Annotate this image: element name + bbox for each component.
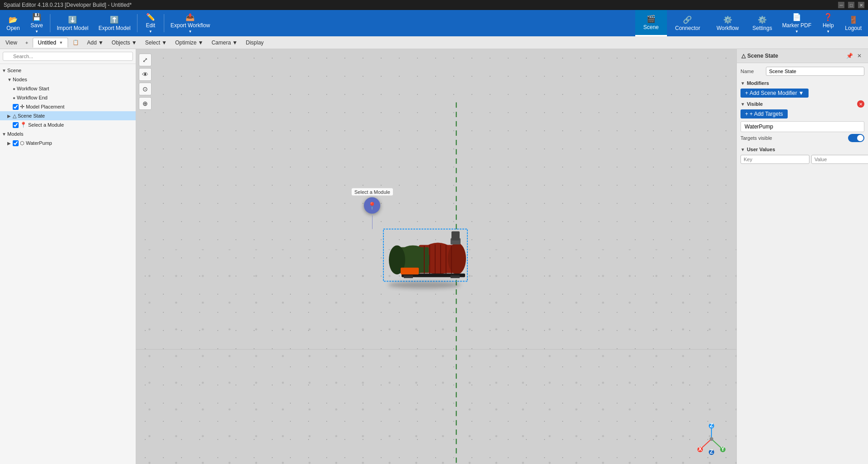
optimize-button[interactable]: Optimize ▼	[172, 37, 207, 48]
tree-item-nodes[interactable]: ▼ Nodes	[0, 75, 136, 84]
key-input[interactable]	[740, 155, 809, 164]
visible-section-header: ▼ Visible ✕	[740, 100, 864, 108]
view-tools: ⤢ 👁 ⊙ ⊕	[139, 54, 152, 110]
svg-point-32	[710, 437, 713, 441]
modifiers-label: Modifiers	[747, 80, 769, 86]
camera-label: Camera	[211, 39, 231, 46]
add-modifier-plus-icon: +	[745, 90, 748, 96]
water-pump-model	[379, 225, 470, 284]
logout-button[interactable]: 🚪 Logout	[840, 11, 866, 35]
modifiers-section-header[interactable]: ▼ Modifiers	[740, 79, 864, 87]
save-dropdown-icon: ▼	[35, 30, 39, 34]
pin-connector-line	[372, 216, 373, 229]
main-content: 🔍 ▼ Scene ▼ Nodes ● Workflow Start	[0, 49, 868, 464]
close-button[interactable]: ✕	[858, 2, 864, 8]
tree-item-select-module[interactable]: 📍 Select a Module	[0, 120, 136, 129]
location-pin-icon: 📍	[364, 197, 380, 214]
waterpump-checkbox[interactable]	[13, 140, 19, 146]
add-targets-button[interactable]: + + Add Targets	[740, 109, 788, 118]
window-controls[interactable]: ─ □ ✕	[838, 2, 864, 8]
help-button[interactable]: ❓ Help ▼	[817, 11, 839, 35]
marker-pdf-button[interactable]: 📄 Marker PDF ▼	[778, 11, 816, 35]
3d-object-area: Select a Module 📍	[379, 225, 470, 289]
add-modifier-button[interactable]: + Add Scene Modifier ▼	[740, 89, 809, 98]
minimize-button[interactable]: ─	[838, 2, 844, 8]
camera-button[interactable]: Camera ▼	[208, 37, 241, 48]
save-button[interactable]: 💾 Save ▼	[25, 11, 48, 35]
tree-item-scene[interactable]: ▼ Scene	[0, 66, 136, 75]
app-title: Spatial Editor 4.18.0.213 [Developer Bui…	[4, 2, 132, 8]
open-button[interactable]: 📂 Open	[2, 11, 25, 35]
settings-button[interactable]: ⚙️ Settings	[748, 11, 776, 35]
add-tab-button[interactable]: +	[22, 37, 32, 48]
view-label: View	[5, 39, 17, 46]
scene-expand-icon: ▼	[2, 68, 7, 73]
name-field-input[interactable]	[766, 67, 864, 76]
viewport[interactable]: ⤢ 👁 ⊙ ⊕ Select a Module 📍	[136, 49, 736, 464]
tab-scene[interactable]: 🎬 Scene	[635, 10, 667, 36]
import-model-button[interactable]: ⬇️ Import Model	[52, 11, 93, 35]
svg-text:Y: Y	[721, 446, 725, 452]
copy-tab-button[interactable]: 📋	[69, 37, 83, 48]
select-button[interactable]: Select ▼	[142, 37, 171, 48]
nodes-expand-icon: ▼	[7, 77, 13, 82]
tree-item-workflow-end[interactable]: ● Workflow End	[0, 93, 136, 102]
workflow-end-icon: ●	[13, 95, 15, 100]
search-wrapper: 🔍	[3, 52, 133, 61]
navigate-button[interactable]: ⊙	[139, 83, 152, 95]
add-targets-plus-icon: +	[745, 111, 748, 117]
zoom-button[interactable]: ⊕	[139, 97, 152, 110]
search-input[interactable]	[3, 52, 133, 61]
svg-rect-12	[451, 232, 460, 241]
edit-button[interactable]: ✏️ Edit ▼	[139, 11, 162, 35]
help-label: Help	[823, 22, 834, 29]
add-modifier-dropdown-icon: ▼	[799, 90, 804, 96]
right-panel-content: Name ▼ Modifiers + Add Scene Modifier ▼ …	[737, 63, 868, 464]
maximize-button[interactable]: □	[848, 2, 854, 8]
workflow-tab-label: Workflow	[716, 25, 739, 31]
add-label: Add	[87, 39, 97, 46]
tree-item-model-placement[interactable]: ✛ Model Placement	[0, 102, 136, 111]
tab-connector[interactable]: 🔗 Connector	[667, 10, 708, 36]
toolbar-divider-3	[164, 14, 164, 32]
right-panel: △ Scene State 📌 ✕ Name ▼ Modifiers + Add…	[736, 49, 868, 464]
svg-line-29	[701, 439, 711, 449]
panel-close-button[interactable]: ✕	[855, 52, 863, 60]
workflow-end-label: Workflow End	[17, 95, 48, 100]
tree-item-models[interactable]: ▼ Models	[0, 129, 136, 138]
visible-section-toggle[interactable]: ▼ Visible	[740, 100, 763, 108]
model-placement-checkbox[interactable]	[13, 104, 19, 110]
select-module-checkbox[interactable]	[13, 122, 19, 128]
add-menu-button[interactable]: Add ▼	[83, 37, 107, 48]
expand-view-button[interactable]: ⤢	[139, 54, 152, 66]
waterpump-label: WaterPump	[26, 140, 52, 146]
workflow-start-icon: ●	[13, 86, 15, 91]
visible-remove-button[interactable]: ✕	[857, 100, 864, 108]
value-input[interactable]	[811, 155, 868, 164]
kv-row: + Add	[740, 155, 864, 164]
tree-item-workflow-start[interactable]: ● Workflow Start	[0, 84, 136, 93]
tab-workflow[interactable]: ⚙️ Workflow	[708, 10, 747, 36]
tree-item-scene-state[interactable]: ▶ △ Scene State	[0, 111, 136, 120]
objects-dropdown-icon: ▼	[132, 39, 137, 46]
svg-text:Z: Z	[710, 423, 713, 429]
export-workflow-button[interactable]: 📤 Export Workflow ▼	[166, 11, 215, 35]
tree-item-waterpump[interactable]: ▶ ⬡ WaterPump	[0, 138, 136, 148]
view-button[interactable]: View	[2, 37, 21, 48]
connector-tab-label: Connector	[675, 25, 700, 31]
export-model-button[interactable]: ⬆️ Export Model	[94, 11, 135, 35]
svg-rect-21	[451, 276, 460, 278]
select-module-icon: 📍	[20, 122, 27, 128]
display-button[interactable]: Display	[242, 37, 267, 48]
user-values-section-header[interactable]: ▼ User Values	[740, 146, 864, 153]
logout-icon: 🚪	[849, 15, 858, 24]
model-placement-icon: ✛	[20, 104, 25, 110]
name-field-row: Name	[740, 67, 864, 76]
panel-pin-button[interactable]: 📌	[845, 52, 853, 60]
untitled-tab[interactable]: Untitled ▼	[33, 38, 68, 48]
add-modifier-label: Add Scene Modifier	[750, 90, 797, 96]
targets-visible-toggle[interactable]	[848, 134, 864, 142]
perspective-button[interactable]: 👁	[139, 68, 152, 81]
svg-rect-22	[401, 268, 419, 275]
objects-button[interactable]: Objects ▼	[108, 37, 141, 48]
